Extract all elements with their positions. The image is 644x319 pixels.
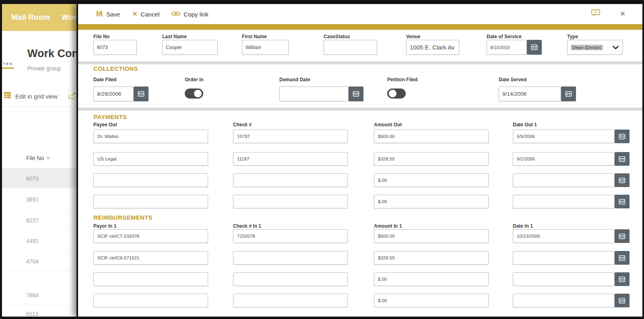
date-out-input[interactable] <box>513 173 615 187</box>
list-item[interactable]: 4704 <box>26 258 39 265</box>
calendar-icon <box>618 297 626 305</box>
date-out-calendar-button[interactable] <box>615 130 630 143</box>
type-selected-option: Depo (Doctor) <box>571 45 603 50</box>
grid-view-icon <box>4 92 11 100</box>
payor-in-input[interactable]: SCIF ck#C7-232078 <box>93 229 208 243</box>
payor-in-input[interactable] <box>93 272 208 286</box>
reimbursements-section-title: REIMBURSEMENTS <box>93 214 153 221</box>
first-name-input[interactable]: William <box>242 40 289 55</box>
payee-out-input[interactable]: US Legal <box>93 152 208 166</box>
save-button-label: Save <box>106 11 120 18</box>
date-out-input[interactable] <box>513 195 615 208</box>
check-no-in-input[interactable] <box>233 251 348 265</box>
amount-out-input[interactable]: $.00 <box>374 173 489 187</box>
calendar-icon <box>530 43 538 51</box>
amount-out-input[interactable]: $328.55 <box>374 152 489 166</box>
section-divider <box>78 62 642 64</box>
close-icon[interactable]: ✕ <box>620 10 625 18</box>
date-served-input[interactable]: 9/14/2006 <box>499 86 561 101</box>
date-of-service-input[interactable]: 8/10/2015 <box>487 40 527 55</box>
date-of-service-calendar-button[interactable] <box>527 40 542 55</box>
amount-out-input[interactable]: $500.00 <box>374 130 489 143</box>
type-label: Type <box>567 34 578 39</box>
check-no-in-input[interactable] <box>233 272 348 286</box>
list-item[interactable]: 3691 <box>26 196 39 203</box>
date-in-input[interactable] <box>513 251 615 265</box>
demand-date-calendar-button[interactable] <box>349 86 363 101</box>
payments-section-title: PAYMENTS <box>93 113 127 120</box>
venue-label: Venue <box>406 34 420 39</box>
date-out-calendar-button[interactable] <box>615 152 630 166</box>
check-no-in-input[interactable]: 7232078 <box>233 229 348 243</box>
payee-out-input[interactable]: Dr. Watkin <box>93 130 208 143</box>
order-in-toggle[interactable] <box>185 88 203 99</box>
check-no-input[interactable] <box>233 173 348 187</box>
amount-out-input[interactable]: $.00 <box>374 195 489 208</box>
file-no-input[interactable]: 6073 <box>93 40 137 55</box>
share-icon[interactable] <box>68 92 76 101</box>
comments-icon[interactable] <box>591 9 601 19</box>
copy-link-button[interactable]: Copy link <box>171 11 208 18</box>
amount-out-label: Amount Out <box>374 122 402 128</box>
cancel-button[interactable]: ✕ Cancel <box>132 11 159 18</box>
check-no-input[interactable] <box>233 195 348 208</box>
amount-in-input[interactable]: $.00 <box>374 294 489 307</box>
calendar-icon <box>618 254 626 262</box>
amount-in-input[interactable]: $500.00 <box>374 229 489 243</box>
site-header-band: Mail Room Wor <box>2 4 76 31</box>
petition-filed-toggle[interactable] <box>387 88 406 99</box>
venue-input[interactable]: 1005 E. Clark Av <box>406 40 459 55</box>
list-item[interactable]: 6073 <box>26 175 39 182</box>
list-item[interactable]: 7884 <box>26 292 39 298</box>
check-no-input[interactable]: 11187 <box>233 152 348 166</box>
payor-in-input[interactable]: SCIF ck#C8-571521 <box>93 251 208 265</box>
file-no-column-header[interactable]: File No <box>26 155 50 161</box>
calendar-icon <box>618 198 626 206</box>
nav-tab-partial[interactable]: Wor <box>62 13 76 22</box>
date-out-input[interactable]: 9/2/2006 <box>513 152 615 166</box>
date-in-input[interactable]: 10/23/2006 <box>513 229 615 243</box>
date-in-input[interactable] <box>513 294 615 307</box>
date-out-calendar-button[interactable] <box>615 173 630 187</box>
payee-out-input[interactable] <box>93 195 208 208</box>
last-name-input[interactable]: Cooper <box>162 40 218 55</box>
sidebar-partial-label: TES <box>3 62 13 66</box>
divider <box>2 271 76 272</box>
date-in-calendar-button[interactable] <box>615 251 630 265</box>
calendar-icon <box>565 90 572 98</box>
edit-in-grid-view-button[interactable]: Edit in grid view <box>15 93 58 100</box>
save-button[interactable]: Save <box>96 10 120 19</box>
date-in-calendar-button[interactable] <box>615 229 630 243</box>
list-command-bar: Edit in grid view <box>2 91 76 105</box>
list-item[interactable]: 6113 <box>26 311 38 317</box>
sharepoint-background: Mail Room Wor Work Con TES Private group… <box>2 4 76 317</box>
payor-in-input[interactable] <box>93 294 208 307</box>
check-no-in-input[interactable] <box>233 294 348 307</box>
sidebar-active-underline <box>2 68 14 69</box>
date-out-calendar-button[interactable] <box>615 195 630 208</box>
demand-date-label: Demand Date <box>279 77 310 82</box>
date-in-input[interactable] <box>513 272 615 286</box>
page-title: Work Con <box>27 47 76 60</box>
gold-accent-bar <box>78 24 642 30</box>
date-out-input[interactable]: 6/5/2006 <box>513 130 615 143</box>
date-in-calendar-button[interactable] <box>615 272 630 286</box>
type-dropdown[interactable]: Depo (Doctor) <box>567 40 623 55</box>
amount-in-input[interactable]: $.00 <box>374 272 489 286</box>
date-served-calendar-button[interactable] <box>561 86 576 101</box>
check-no-input[interactable]: 10797 <box>233 130 348 143</box>
date-filed-input[interactable]: 8/29/2006 <box>93 86 134 101</box>
list-item[interactable]: 6227 <box>26 217 39 224</box>
list-item[interactable]: 4491 <box>26 238 39 244</box>
site-brand-title[interactable]: Mail Room <box>11 13 50 22</box>
date-in-calendar-button[interactable] <box>615 294 630 307</box>
petition-filed-label: Petition Filed <box>387 77 417 82</box>
case-status-input[interactable] <box>324 40 377 55</box>
payee-out-input[interactable] <box>93 173 208 187</box>
amount-in-input[interactable]: $328.55 <box>374 251 489 265</box>
calendar-icon <box>618 233 626 240</box>
copy-link-button-label: Copy link <box>184 11 208 18</box>
demand-date-input[interactable] <box>279 86 349 101</box>
last-name-label: Last Name <box>162 34 187 39</box>
date-filed-calendar-button[interactable] <box>134 86 149 101</box>
